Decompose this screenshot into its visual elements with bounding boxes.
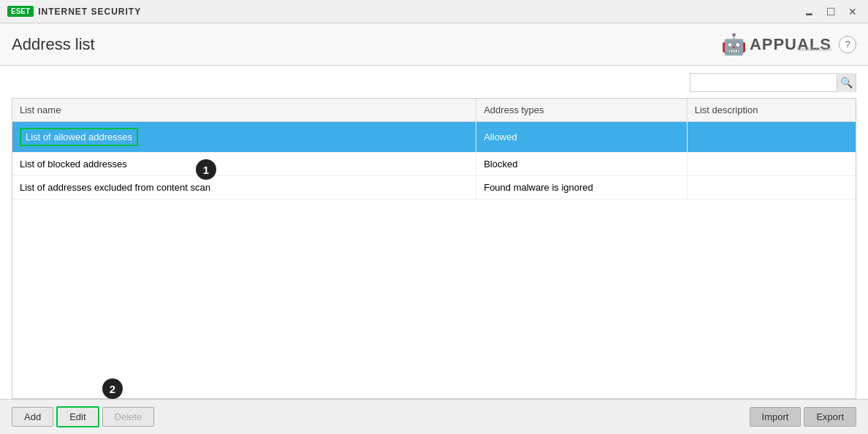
cell-list-desc [687, 153, 856, 176]
annotation-1: 1 [196, 159, 216, 180]
export-button[interactable]: Export [804, 407, 856, 427]
window-controls: 🗕 ☐ ✕ [801, 0, 861, 23]
column-header-desc: List description [687, 99, 856, 122]
page-title: Address list [12, 35, 95, 54]
cell-list-name: List of blocked addresses [12, 153, 476, 176]
address-table-wrap: List name Address types List description… [12, 98, 856, 399]
cell-list-name: List of addresses excluded from content … [12, 176, 476, 199]
watermark-area: 🤖 APPUALS wsxdn.com [721, 32, 831, 56]
column-header-type: Address types [476, 99, 688, 122]
search-bar: 🔍 [12, 73, 856, 92]
title-bar: ESET INTERNET SECURITY 🗕 ☐ ✕ [0, 0, 868, 23]
footer-right: Import Export [750, 407, 856, 427]
table-row[interactable]: List of allowed addressesAllowed [12, 122, 856, 153]
table-header-row: List name Address types List description [12, 99, 856, 122]
cell-list-desc [687, 176, 856, 199]
cell-address-type: Allowed [476, 122, 688, 153]
cell-list-name: List of allowed addresses [12, 122, 476, 153]
add-button[interactable]: Add [12, 407, 53, 427]
eset-logo: ESET [7, 6, 34, 17]
cell-address-type: Found malware is ignored [476, 176, 688, 199]
cell-address-type: Blocked [476, 153, 688, 176]
minimize-button[interactable]: 🗕 [801, 4, 817, 20]
character-icon: 🤖 [721, 32, 747, 56]
app-header: Address list 🤖 APPUALS wsxdn.com ? [0, 23, 868, 66]
table-row[interactable]: List of blocked addressesBlocked [12, 153, 856, 176]
search-button[interactable]: 🔍 [837, 73, 856, 92]
address-table: List name Address types List description… [12, 99, 856, 199]
app-logo-area: ESET INTERNET SECURITY [7, 6, 141, 17]
cell-list-desc [687, 122, 856, 153]
footer: Add Edit Delete Import Export [0, 399, 868, 434]
import-button[interactable]: Import [750, 407, 802, 427]
annotation-2: 2 [102, 378, 123, 399]
maximize-button[interactable]: ☐ [823, 4, 839, 20]
delete-button[interactable]: Delete [102, 407, 155, 427]
help-button[interactable]: ? [839, 36, 856, 53]
table-row[interactable]: List of addresses excluded from content … [12, 176, 856, 199]
search-input-wrap: 🔍 [690, 73, 856, 92]
app-name: INTERNET SECURITY [38, 7, 141, 17]
column-header-name: List name [12, 99, 476, 122]
search-input[interactable] [690, 77, 837, 88]
main-content: 🔍 List name Address types List descripti… [0, 66, 868, 399]
close-button[interactable]: ✕ [845, 4, 861, 20]
watermark-sub: wsxdn.com [799, 45, 831, 53]
edit-button[interactable]: Edit [56, 406, 99, 427]
